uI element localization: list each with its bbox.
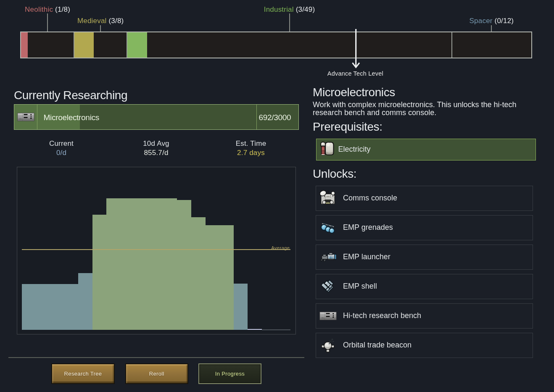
chart-bar — [78, 273, 92, 330]
footer-divider — [8, 357, 304, 358]
research-description: Work with complex microelectronics. This… — [313, 101, 517, 117]
chart-bar — [22, 284, 78, 330]
tech-level-tick — [47, 13, 48, 32]
tech-level-count: (0/12) — [493, 17, 514, 25]
emp-grenades-icon — [320, 221, 336, 235]
current-research-progress-bar[interactable]: Microelectronics 692/3000 — [14, 104, 299, 130]
comms-console-icon — [319, 190, 337, 206]
tech-level-label-industrial: Industrial (3/49) — [264, 6, 315, 13]
tech-level-tick — [491, 25, 492, 32]
description-line: research bench and comms console. — [313, 109, 517, 117]
unlock-item-emp-shell[interactable]: EMP shell — [316, 274, 533, 299]
currently-researching-title: Currently Researching — [14, 89, 127, 101]
tech-level-tick — [100, 25, 101, 32]
unlock-item-label: EMP grenades — [343, 216, 393, 240]
advance-arrow-icon — [350, 29, 362, 69]
stat-current: Current0/d — [19, 140, 103, 156]
tech-section-divider — [451, 32, 452, 58]
tech-progress-block-industrial — [127, 32, 147, 58]
stat-label: Est. Time — [209, 140, 293, 147]
prerequisites-heading: Prerequisites: — [313, 121, 383, 133]
tech-level-name: Spacer — [470, 17, 493, 25]
projection-line — [262, 329, 290, 330]
unlock-item-label: EMP launcher — [343, 245, 390, 269]
tech-level-count: (3/8) — [107, 17, 124, 25]
average-line — [22, 249, 291, 250]
emp-launcher-icon — [319, 252, 337, 263]
description-line: Work with complex microelectronics. This… — [313, 101, 517, 109]
advance-tech-level-label: Advance Tech Level — [327, 71, 383, 77]
unlock-item-orbital-trade-beacon[interactable]: Orbital trade beacon — [316, 333, 533, 358]
unlocks-heading: Unlocks: — [313, 168, 356, 180]
chart-bar — [248, 329, 262, 330]
unlock-item-label: Comms console — [343, 186, 397, 210]
stat-est-time: Est. Time2.7 days — [209, 140, 293, 156]
tech-level-label-spacer: Spacer (0/12) — [470, 17, 514, 24]
tech-level-count: (3/49) — [294, 5, 315, 13]
research-bar-divider — [37, 105, 38, 129]
unlock-item-label: Hi-tech research bench — [343, 304, 421, 328]
tech-level-name: Industrial — [264, 5, 294, 13]
orbital-trade-beacon-icon — [321, 338, 335, 353]
prerequisite-item-electricity[interactable]: Electricity — [316, 139, 536, 160]
tech-level-label-neolithic: Neolithic (1/8) — [25, 6, 70, 13]
tech-progress-block-neolithic — [21, 32, 28, 58]
average-line-label: Average — [271, 245, 290, 250]
hi-tech-research-bench-icon — [319, 311, 337, 320]
unlock-item-emp-grenades[interactable]: EMP grenades — [316, 215, 533, 240]
tech-level-name: Neolithic — [25, 5, 53, 13]
hi-tech-research-bench-icon-image — [17, 113, 34, 121]
tech-level-name: Medieval — [77, 17, 107, 25]
chart-bar — [106, 198, 177, 330]
button-label: In Progress — [215, 371, 245, 377]
research-tree-button[interactable]: Research Tree — [51, 363, 115, 384]
tech-level-bar — [20, 32, 532, 58]
research-project-name: Microelectronics — [44, 105, 99, 130]
hi-tech-research-bench-icon — [17, 113, 34, 123]
stat-label: 10d Avg — [114, 140, 198, 147]
button-label: Research Tree — [64, 371, 102, 377]
unlock-item-label: Orbital trade beacon — [343, 333, 412, 358]
electricity-icon-image — [319, 140, 336, 157]
chart-bar — [177, 200, 191, 330]
stat-value: 2.7 days — [209, 149, 293, 156]
selected-research-title: Microelectronics — [313, 87, 395, 98]
tech-level-label-medieval: Medieval (3/8) — [77, 17, 124, 24]
stat-label: Current — [19, 140, 103, 147]
stat--d-avg: 10d Avg855.7/d — [114, 140, 198, 156]
tech-level-count: (1/8) — [53, 5, 70, 13]
tech-level-tick — [289, 13, 290, 32]
unlock-item-label: EMP shell — [343, 274, 377, 299]
chart-bar — [234, 284, 248, 330]
stat-value: 0/d — [19, 149, 103, 156]
prerequisite-label: Electricity — [338, 139, 371, 160]
chart-bar — [92, 215, 107, 330]
reroll-button[interactable]: Reroll — [125, 363, 188, 384]
emp-shell-icon — [321, 279, 335, 294]
stat-value: 855.7/d — [114, 149, 198, 156]
chart-bar — [206, 225, 234, 330]
chart-bar — [191, 217, 206, 330]
in-progress-button[interactable]: In Progress — [198, 363, 261, 384]
unlock-item-emp-launcher[interactable]: EMP launcher — [316, 245, 533, 270]
unlock-item-comms-console[interactable]: Comms console — [316, 186, 533, 211]
electricity-icon — [319, 140, 336, 159]
research-progress-count: 692/3000 — [259, 105, 291, 130]
unlock-item-hi-tech-research-bench[interactable]: Hi-tech research bench — [316, 303, 533, 329]
research-bar-divider — [256, 105, 257, 129]
tech-progress-block-medieval — [74, 32, 94, 58]
button-label: Reroll — [149, 371, 164, 377]
research-speed-chart: Average — [17, 167, 296, 334]
research-window: Neolithic (1/8)Medieval (3/8)Industrial … — [0, 0, 554, 392]
